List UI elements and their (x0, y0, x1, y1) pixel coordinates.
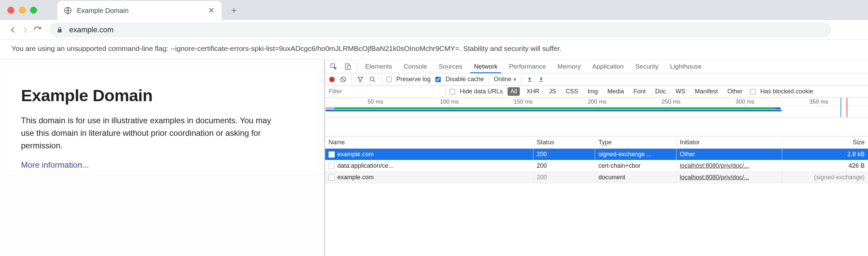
reload-button[interactable] (31, 24, 43, 36)
blocked-cookies-checkbox[interactable] (750, 89, 755, 94)
window-tab-strip: Example Domain ✕ ＋ (0, 0, 868, 20)
disable-cache-label: Disable cache (446, 76, 484, 83)
timeline-tick: 350 ms (809, 98, 828, 105)
request-type: signed-exchange ... (595, 149, 676, 160)
blocked-cookies-label: Has blocked cookie (760, 88, 813, 95)
type-filter-ws[interactable]: WS (673, 87, 688, 96)
type-filter-doc[interactable]: Doc (652, 87, 669, 96)
type-filter-manifest[interactable]: Manifest (692, 87, 721, 96)
document-icon (329, 175, 335, 181)
lock-icon (56, 26, 63, 33)
browser-tab[interactable]: Example Domain ✕ (57, 1, 222, 20)
svg-rect-6 (528, 81, 531, 82)
devtools-tab-application[interactable]: Application (589, 60, 628, 73)
window-close-button[interactable] (7, 7, 14, 14)
request-initiator[interactable]: localhost:8080/priv/doc/... (676, 172, 782, 183)
url-text: example.com (69, 25, 114, 34)
svg-point-5 (370, 77, 374, 80)
col-status[interactable]: Status (533, 136, 595, 148)
clear-icon[interactable] (339, 76, 347, 83)
omnibox[interactable]: example.com (50, 22, 831, 37)
disable-cache-checkbox[interactable] (435, 77, 441, 82)
request-type: cert-chain+cbor (595, 160, 676, 171)
network-request-table: Name Status Type Initiator Size example.… (325, 136, 868, 256)
request-status: 200 (533, 172, 595, 183)
table-row[interactable]: example.com200signed-exchange ...Other2.… (325, 149, 868, 160)
page-content: Example Domain This domain is for use in… (0, 60, 324, 256)
request-type: document (595, 172, 676, 183)
download-har-icon[interactable] (538, 76, 545, 83)
request-initiator[interactable]: localhost:8080/priv/doc/... (676, 160, 782, 171)
devtools-tab-network[interactable]: Network (470, 60, 501, 73)
upload-har-icon[interactable] (526, 76, 533, 83)
more-information-link[interactable]: More information... (21, 160, 89, 169)
request-status: 200 (533, 149, 595, 160)
timeline-tick: 100 ms (440, 98, 459, 105)
new-tab-button[interactable]: ＋ (228, 4, 240, 17)
throttling-dropdown[interactable]: Online ▾ (494, 76, 516, 83)
inspect-element-icon[interactable] (329, 61, 339, 72)
preserve-log-label: Preserve log (396, 76, 431, 83)
request-size: 426 B (782, 160, 868, 171)
type-filter-font[interactable]: Font (631, 87, 648, 96)
forward-button[interactable] (19, 24, 31, 36)
network-timeline-overview[interactable] (325, 117, 868, 136)
request-initiator: Other (676, 149, 782, 160)
devtools-tab-elements[interactable]: Elements (361, 60, 396, 73)
request-size: 2.8 kB (782, 149, 868, 160)
type-filter-all[interactable]: All (508, 87, 520, 96)
type-filter-media[interactable]: Media (605, 87, 627, 96)
network-timeline[interactable]: 50 ms100 ms150 ms200 ms250 ms300 ms350 m… (325, 98, 868, 117)
svg-rect-3 (348, 65, 350, 69)
document-icon (329, 163, 335, 169)
devtools-panel: ElementsConsoleSourcesNetworkPerformance… (324, 60, 868, 256)
devtools-tab-security[interactable]: Security (632, 60, 663, 73)
page-h1: Example Domain (21, 86, 303, 105)
col-initiator[interactable]: Initiator (676, 136, 782, 148)
table-header-row: Name Status Type Initiator Size (325, 136, 868, 149)
timeline-tick: 200 ms (588, 98, 607, 105)
devtools-tabs: ElementsConsoleSourcesNetworkPerformance… (325, 60, 868, 73)
table-row[interactable]: data:application/ce...200cert-chain+cbor… (325, 160, 868, 172)
tab-title: Example Domain (77, 7, 207, 15)
type-filter-css[interactable]: CSS (563, 87, 581, 96)
request-name: example.com (337, 174, 374, 181)
type-filter-xhr[interactable]: XHR (524, 87, 542, 96)
window-fullscreen-button[interactable] (30, 7, 37, 14)
type-filter-js[interactable]: JS (546, 87, 559, 96)
devtools-tab-performance[interactable]: Performance (505, 60, 550, 73)
devtools-tab-console[interactable]: Console (400, 60, 431, 73)
globe-icon (63, 6, 72, 15)
svg-rect-7 (539, 81, 543, 82)
network-toolbar: Preserve log Disable cache Online ▾ (325, 73, 868, 86)
type-filter-other[interactable]: Other (725, 87, 745, 96)
hide-data-urls-checkbox[interactable] (450, 89, 455, 94)
page-paragraph: This domain is for use in illustrative e… (21, 114, 285, 152)
col-type[interactable]: Type (595, 136, 676, 148)
network-filter-row: Hide data URLs AllXHRJSCSSImgMediaFontDo… (325, 86, 868, 98)
preserve-log-checkbox[interactable] (386, 77, 392, 82)
search-icon[interactable] (369, 76, 376, 83)
filter-icon[interactable] (357, 76, 364, 83)
document-icon (329, 151, 335, 158)
table-row[interactable]: example.com200documentlocalhost:8080/pri… (325, 172, 868, 183)
hide-data-urls-label: Hide data URLs (460, 88, 503, 95)
request-name: example.com (337, 151, 374, 158)
viewport-split: Example Domain This domain is for use in… (0, 59, 868, 256)
devtools-tab-lighthouse[interactable]: Lighthouse (666, 60, 705, 73)
back-button[interactable] (7, 24, 19, 36)
devtools-tab-memory[interactable]: Memory (554, 60, 585, 73)
timeline-tick: 300 ms (735, 98, 754, 105)
request-name: data:application/ce... (337, 162, 393, 169)
col-size[interactable]: Size (782, 136, 868, 148)
col-name[interactable]: Name (325, 136, 533, 148)
timeline-tick: 50 ms (368, 98, 383, 105)
record-button[interactable] (329, 77, 335, 82)
filter-input[interactable] (325, 86, 445, 97)
window-minimize-button[interactable] (19, 7, 26, 14)
type-filter-img[interactable]: Img (585, 87, 600, 96)
device-toggle-icon[interactable] (343, 61, 353, 72)
devtools-tab-sources[interactable]: Sources (435, 60, 466, 73)
mac-traffic-lights (7, 7, 37, 14)
tab-close-button[interactable]: ✕ (207, 5, 216, 16)
